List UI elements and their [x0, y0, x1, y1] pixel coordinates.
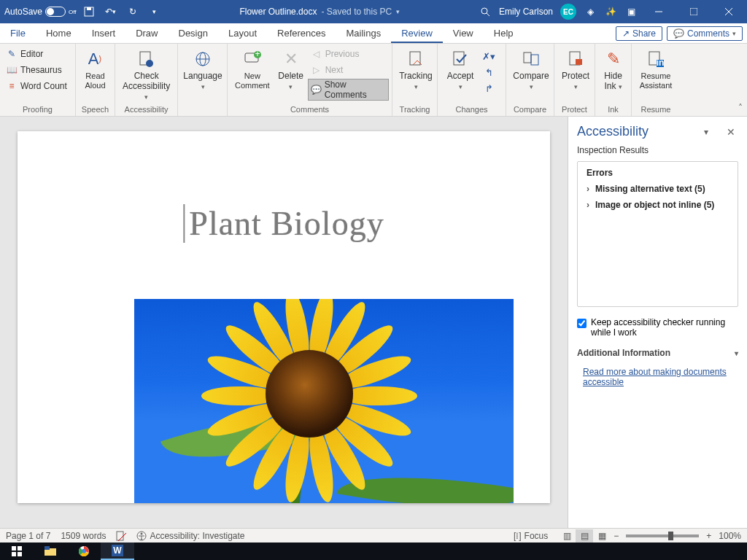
user-avatar[interactable]: EC	[560, 4, 576, 20]
group-label-language	[181, 113, 224, 114]
svg-rect-21	[576, 59, 582, 65]
chevron-down-icon: ▾	[144, 93, 148, 101]
tab-layout[interactable]: Layout	[218, 23, 267, 43]
focus-label: Focus	[525, 531, 549, 541]
chevron-down-icon: ▾	[619, 83, 622, 90]
accessibility-status[interactable]: Accessibility: Investigate	[136, 531, 244, 541]
resume-assistant-button[interactable]: in Resume Assistant	[635, 45, 677, 91]
pane-options-button[interactable]: ▾	[699, 127, 713, 137]
compare-button[interactable]: Compare▾	[509, 45, 553, 92]
share-button[interactable]: ↗ Share	[616, 26, 662, 41]
zoom-slider[interactable]	[626, 534, 699, 537]
chrome-task[interactable]	[67, 542, 101, 560]
wordcount-icon: ≡	[6, 80, 18, 92]
close-button[interactable]	[712, 0, 746, 23]
tab-view[interactable]: View	[443, 23, 484, 43]
tab-file[interactable]: File	[0, 23, 36, 43]
check-accessibility-button[interactable]: Check Accessibility ▾	[118, 45, 174, 102]
protect-label: Protect	[562, 71, 589, 81]
next-change-button[interactable]: ↱	[481, 82, 496, 95]
tab-draw[interactable]: Draw	[125, 23, 168, 43]
tab-insert[interactable]: Insert	[82, 23, 126, 43]
previous-change-button[interactable]: ↰	[481, 66, 496, 79]
page-indicator[interactable]: Page 1 of 7	[6, 531, 50, 541]
read-aloud-icon: A⟩	[88, 47, 103, 71]
svg-point-2	[481, 8, 487, 14]
file-explorer-task[interactable]	[34, 542, 67, 560]
premium-icon[interactable]: ◈	[581, 1, 600, 22]
document-image[interactable]	[134, 299, 514, 503]
title-dropdown-icon[interactable]: ▾	[396, 8, 400, 15]
toggle-icon	[45, 7, 66, 17]
linkedin-icon: in	[647, 47, 665, 71]
error-item-label: Missing alternative text (5)	[595, 184, 705, 194]
pane-close-button[interactable]: ✕	[724, 126, 738, 138]
previous-label: Previous	[325, 49, 360, 59]
read-more-link[interactable]: Read more about making documents accessi…	[583, 367, 727, 387]
zoom-out-button[interactable]: −	[611, 531, 622, 541]
print-layout-button[interactable]: ▤	[576, 529, 593, 542]
tracking-button[interactable]: Tracking▾	[395, 45, 436, 92]
minimize-button[interactable]	[642, 0, 676, 23]
redo-button[interactable]: ↻	[123, 1, 142, 22]
hide-ink-button[interactable]: ✎ Hide Ink ▾	[598, 45, 628, 93]
next-label: Next	[325, 65, 344, 75]
tab-mailings[interactable]: Mailings	[336, 23, 392, 43]
svg-text:+: +	[255, 50, 260, 59]
start-button[interactable]	[0, 542, 34, 560]
web-layout-button[interactable]: ▦	[593, 529, 611, 542]
keep-running-input[interactable]	[577, 319, 587, 328]
focus-mode-button[interactable]: [⁞]Focus	[514, 531, 548, 541]
tab-review[interactable]: Review	[391, 23, 443, 43]
chevron-down-icon: ▾	[201, 83, 205, 90]
word-count-indicator[interactable]: 1509 words	[61, 531, 106, 541]
group-label-speech: Speech	[79, 104, 112, 114]
document-heading[interactable]: Plant Biology	[183, 204, 384, 243]
additional-info-section[interactable]: Additional Information ▾	[568, 342, 747, 364]
comments-button[interactable]: 💬 Comments ▾	[667, 26, 743, 41]
keep-running-checkbox[interactable]: Keep accessibility checker running while…	[568, 307, 747, 342]
zoom-in-button[interactable]: +	[703, 531, 714, 541]
sparkle-icon[interactable]: ✨	[601, 1, 620, 22]
ribbon-display-button[interactable]: ▣	[622, 1, 640, 22]
tab-design[interactable]: Design	[169, 23, 218, 43]
maximize-button[interactable]	[677, 0, 711, 23]
svg-rect-19	[531, 55, 538, 65]
pane-subtitle: Inspection Results	[568, 144, 747, 161]
read-aloud-button[interactable]: A⟩ Read Aloud	[79, 45, 112, 91]
keep-running-label: Keep accessibility checker running while…	[591, 317, 738, 338]
spellcheck-indicator[interactable]	[116, 531, 126, 541]
svg-rect-5	[690, 8, 697, 15]
share-icon: ↗	[622, 28, 630, 39]
error-item[interactable]: ›Image or object not inline (5)	[578, 197, 738, 213]
qat-customize[interactable]: ▾	[145, 1, 164, 22]
error-item[interactable]: ›Missing alternative text (5)	[578, 181, 738, 197]
editor-button[interactable]: ✎Editor	[3, 47, 70, 61]
show-comments-button[interactable]: 💬Show Comments	[308, 79, 389, 101]
save-button[interactable]	[80, 1, 98, 22]
wordcount-label: Word Count	[20, 81, 67, 91]
word-task[interactable]: W	[101, 542, 134, 560]
editor-icon: ✎	[6, 48, 18, 60]
read-mode-button[interactable]: ▥	[558, 529, 576, 542]
show-comments-icon: 💬	[311, 84, 322, 96]
tab-references[interactable]: References	[267, 23, 336, 43]
compare-label: Compare	[513, 71, 549, 81]
wordcount-button[interactable]: ≡Word Count	[3, 79, 70, 93]
undo-button[interactable]: ↶▾	[101, 1, 120, 22]
autosave-toggle[interactable]: AutoSave Off	[4, 7, 77, 17]
tab-help[interactable]: Help	[484, 23, 524, 43]
new-comment-button[interactable]: + New Comment	[231, 45, 274, 91]
reject-button[interactable]: ✗▾	[481, 50, 496, 63]
collapse-ribbon-button[interactable]: ˄	[738, 103, 743, 113]
thesaurus-button[interactable]: 📖Thesaurus	[3, 63, 70, 77]
group-label-compare: Compare	[509, 104, 551, 114]
document-canvas[interactable]: Plant Biology	[0, 117, 568, 528]
zoom-level[interactable]: 100%	[719, 531, 741, 541]
protect-button[interactable]: Protect▾	[557, 45, 594, 92]
accept-button[interactable]: Accept▾	[441, 45, 480, 92]
svg-line-26	[118, 533, 126, 541]
search-button[interactable]	[476, 1, 495, 22]
language-button[interactable]: Language▾	[181, 45, 225, 92]
tab-home[interactable]: Home	[36, 23, 82, 43]
